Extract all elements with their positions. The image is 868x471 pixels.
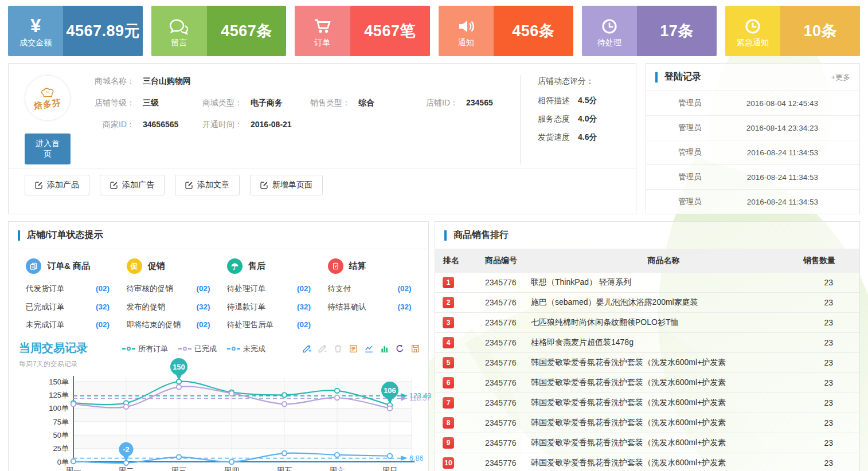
- product-code: 2345776: [471, 413, 531, 433]
- table-row: 7 2345776 韩国爱敬挚爱香氛花香洗护套装（洗发水600ml+护发素 23: [435, 393, 859, 413]
- edit-add-icon[interactable]: [302, 344, 312, 354]
- status-label: 发布的促销: [127, 301, 166, 313]
- status-count[interactable]: (02): [297, 282, 316, 295]
- product-name: 施巴（sebamed）婴儿泡泡沐浴露200ml家庭装: [531, 293, 796, 313]
- chart-title: 当周交易记录: [19, 340, 88, 356]
- line-chart-icon[interactable]: [364, 344, 374, 354]
- status-label: 代发货订单: [26, 282, 65, 295]
- legend-uncompleted[interactable]: 未完成: [227, 344, 265, 354]
- shop-id-value: 234565: [466, 98, 493, 108]
- chef-hat-icon: [39, 87, 56, 99]
- yen-icon: ¥: [30, 14, 41, 37]
- svg-text:125单: 125单: [49, 391, 69, 399]
- more-link[interactable]: +更多: [831, 72, 850, 83]
- login-record-row: 管理员 2016-08-24 11:34:53: [646, 140, 859, 164]
- weekly-trade-chart-section: 当周交易记录 每周7天的交易记录 所有订单 已完成 未完成: [9, 339, 428, 471]
- column-name: 商品名称: [531, 249, 796, 273]
- product-code: 2345776: [471, 433, 531, 453]
- stat-label: 留言: [171, 38, 187, 48]
- data-view-icon[interactable]: [349, 344, 358, 354]
- clock-icon: [742, 14, 763, 37]
- mall-type-value: 电子商务: [251, 98, 283, 108]
- product-code: 2345776: [471, 313, 531, 333]
- rank-badge: 8: [443, 417, 454, 429]
- mall-name-label: 商城名称：: [89, 76, 135, 87]
- stat-card-orders[interactable]: 订单 4567笔: [295, 6, 429, 56]
- quick-action-button[interactable]: 新增单页面: [250, 175, 323, 195]
- product-ranking-panel: 商品销售排行 排名 商品编号 商品名称 销售数量 1 2345776: [435, 221, 860, 471]
- column-qty: 销售数量: [796, 249, 859, 273]
- shop-id-label: 店铺ID：: [412, 98, 458, 108]
- stat-card-notifications[interactable]: 通知 456条: [439, 6, 573, 56]
- login-records-panel: 登陆记录 +更多 管理员 2016-08-04 12:45:43 管理员 201…: [646, 63, 860, 214]
- product-qty: 23: [796, 453, 859, 471]
- status-count[interactable]: (02): [297, 319, 316, 331]
- product-name: 韩国爱敬挚爱香氛花香洗护套装（洗发水600ml+护发素: [531, 413, 796, 433]
- status-count[interactable]: (02): [196, 319, 216, 331]
- column-code: 商品编号: [471, 249, 531, 273]
- svg-text:0单: 0单: [57, 457, 69, 466]
- product-code: 2345776: [471, 273, 531, 293]
- rank-badge: 7: [443, 397, 454, 409]
- status-count[interactable]: (02): [96, 319, 115, 331]
- status-chart-panel: 店铺/订单状态提示 订单& 商品 代发货订单(02) 已完成订单(32) 未完成…: [8, 221, 429, 471]
- status-count[interactable]: (02): [96, 282, 115, 295]
- status-count[interactable]: (32): [297, 301, 316, 313]
- trash-icon[interactable]: [333, 344, 343, 354]
- svg-text:周五: 周五: [277, 466, 293, 471]
- product-name: 七匹狼纯棉时尚休闲条纹翻领POLO衫T恤: [531, 313, 796, 333]
- login-user: 管理员: [678, 172, 702, 182]
- status-label: 待处理售后单: [227, 319, 273, 331]
- stat-card-urgent-notice[interactable]: 紧急通知 10条: [725, 6, 860, 56]
- stat-label: 通知: [458, 38, 474, 48]
- quick-action-button[interactable]: 添加产品: [25, 175, 89, 195]
- status-count[interactable]: (32): [96, 301, 115, 313]
- legend-all-orders[interactable]: 所有订单: [122, 344, 168, 354]
- rating-label: 相符描述: [538, 96, 570, 106]
- refresh-icon[interactable]: [395, 344, 405, 354]
- svg-text:75单: 75单: [53, 417, 69, 426]
- status-panel-title: 店铺/订单状态提示: [27, 229, 103, 241]
- shop-logo-text: 焙多芬: [33, 97, 62, 111]
- stat-label: 待处理: [597, 38, 621, 48]
- stat-value: 17条: [637, 6, 717, 56]
- stat-card-pending[interactable]: 待处理 17条: [582, 6, 717, 56]
- product-code: 2345776: [471, 333, 531, 353]
- header-accent-bar: [444, 230, 447, 241]
- svg-text:周三: 周三: [171, 466, 187, 471]
- quick-action-label: 添加文章: [197, 180, 229, 190]
- svg-text:6.86: 6.86: [409, 454, 423, 462]
- chart-subtitle: 每周7天的交易记录: [19, 359, 88, 369]
- bar-chart-icon[interactable]: [380, 344, 389, 354]
- header-accent-bar: [18, 230, 20, 241]
- table-row: 1 2345776 联想（ThinkPad） 轻薄系列 23: [435, 273, 859, 293]
- sale-type-value: 综合: [358, 98, 374, 108]
- status-label: 已完成订单: [26, 301, 65, 313]
- edit-remove-icon[interactable]: [318, 344, 327, 354]
- status-count[interactable]: (02): [196, 282, 216, 295]
- status-count[interactable]: (02): [397, 282, 417, 295]
- chat-icon: [169, 14, 189, 37]
- legend-completed[interactable]: 已完成: [178, 344, 217, 354]
- ranking-table: 排名 商品编号 商品名称 销售数量 1 2345776 联想（ThinkPad）…: [435, 249, 859, 471]
- table-row: 4 2345776 桂格即食燕麦片超值装1478g 23: [435, 333, 859, 353]
- quick-action-button[interactable]: 添加广告: [100, 175, 165, 195]
- shop-info-panel: 焙多芬 进入首页 商城名称： 三台山购物网 店铺等级： 三级: [8, 63, 636, 214]
- table-row: 2 2345776 施巴（sebamed）婴儿泡泡沐浴露200ml家庭装 23: [435, 293, 859, 313]
- quick-action-button[interactable]: 添加文章: [175, 175, 240, 195]
- stat-card-messages[interactable]: 留言 4567条: [151, 6, 286, 56]
- shop-level-label: 店铺等级：: [89, 98, 135, 108]
- product-name: 韩国爱敬挚爱香氛花香洗护套装（洗发水600ml+护发素: [531, 353, 796, 373]
- open-time-value: 2016-08-21: [251, 120, 292, 130]
- login-time: 2016-08-24 11:34:53: [747, 198, 818, 206]
- stat-value: 456条: [494, 6, 573, 56]
- stat-card-sales-amount[interactable]: ¥ 成交金额 4567.89元: [8, 6, 143, 56]
- login-record-row: 管理员 2016-08-04 12:45:43: [646, 91, 859, 115]
- status-count[interactable]: (32): [196, 301, 216, 313]
- product-qty: 23: [796, 373, 859, 393]
- stats-row: ¥ 成交金额 4567.89元 留言 4567条 订单 4567笔: [0, 0, 868, 56]
- status-count[interactable]: (32): [397, 301, 417, 313]
- enter-home-button[interactable]: 进入首页: [25, 134, 71, 164]
- table-row: 5 2345776 韩国爱敬挚爱香氛花香洗护套装（洗发水600ml+护发素 23: [435, 353, 859, 373]
- save-icon[interactable]: [410, 344, 420, 354]
